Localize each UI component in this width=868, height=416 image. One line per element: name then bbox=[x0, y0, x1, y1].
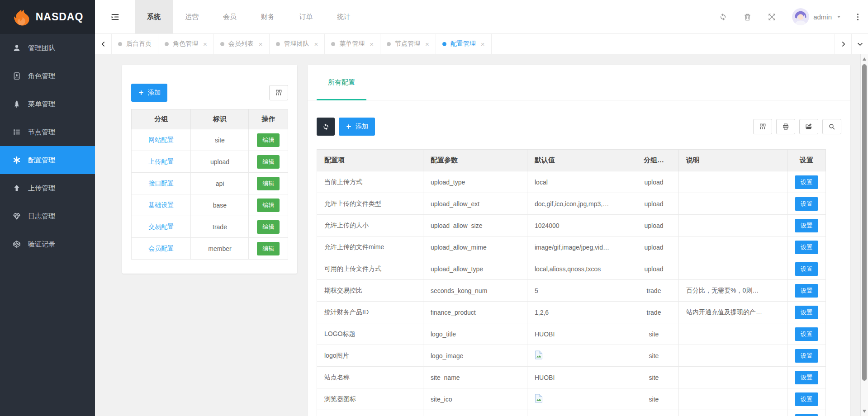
search-toggle-button[interactable] bbox=[822, 119, 841, 134]
group-link[interactable]: 会员配置 bbox=[148, 245, 174, 252]
sidebar-toggle-button[interactable] bbox=[95, 0, 135, 33]
config-row: 站点名称 site_name HUOBI site 设置 bbox=[317, 367, 826, 388]
refresh-icon bbox=[719, 13, 727, 21]
config-group: trade bbox=[629, 280, 679, 302]
top-nav-item[interactable]: 财务 bbox=[249, 0, 287, 33]
settings-button[interactable]: 设置 bbox=[795, 284, 818, 298]
fullscreen-button[interactable] bbox=[765, 0, 778, 33]
edit-button[interactable]: 编辑 bbox=[257, 242, 280, 255]
tab-close-icon[interactable]: × bbox=[203, 41, 207, 47]
top-nav-item[interactable]: 会员 bbox=[211, 0, 249, 33]
page-tab[interactable]: 节点管理 × bbox=[380, 34, 436, 54]
config-tabs: 所有配置 bbox=[308, 65, 850, 100]
group-link[interactable]: 上传配置 bbox=[148, 158, 174, 165]
refresh-table-button[interactable] bbox=[317, 118, 335, 136]
tabs-scroll-right-button[interactable] bbox=[835, 34, 851, 54]
tab-all-config[interactable]: 所有配置 bbox=[317, 65, 366, 100]
user-menu[interactable]: admin bbox=[792, 0, 842, 33]
group-link[interactable]: 基础设置 bbox=[148, 201, 174, 208]
page-tab[interactable]: 后台首页 × bbox=[112, 34, 158, 54]
group-link[interactable]: 接口配置 bbox=[148, 180, 174, 187]
top-nav-item[interactable]: 系统 bbox=[135, 0, 173, 33]
columns-toggle-button[interactable] bbox=[269, 85, 288, 100]
sidebar-item[interactable]: 角色管理 bbox=[0, 62, 95, 90]
add-config-button[interactable]: 添加 bbox=[339, 118, 375, 136]
sidebar-item-label: 上传管理 bbox=[28, 184, 55, 193]
settings-button[interactable]: 设置 bbox=[795, 349, 818, 363]
config-groups-panel: 添加 分组 标识 操作 bbox=[122, 65, 297, 274]
group-link[interactable]: 交易配置 bbox=[148, 223, 174, 230]
vertical-scrollbar[interactable] bbox=[860, 54, 868, 416]
page-tab[interactable]: 角色管理 × bbox=[158, 34, 214, 54]
sidebar-item[interactable]: 菜单管理 bbox=[0, 90, 95, 118]
config-groups-toolbar: 添加 bbox=[131, 84, 288, 102]
top-nav-item-label: 系统 bbox=[147, 13, 161, 21]
tab-close-icon[interactable]: × bbox=[370, 41, 374, 47]
print-button[interactable] bbox=[776, 119, 795, 134]
config-value bbox=[527, 388, 629, 410]
column-header: 说明 bbox=[679, 150, 787, 171]
broken-image-icon bbox=[535, 394, 543, 403]
clear-cache-button[interactable] bbox=[740, 0, 754, 33]
refresh-page-button[interactable] bbox=[716, 0, 730, 33]
sidebar-item[interactable]: 上传管理 bbox=[0, 174, 95, 202]
sidebar-item[interactable]: 日志管理 bbox=[0, 202, 95, 230]
settings-button[interactable]: 设置 bbox=[795, 414, 818, 416]
scroll-up-arrow-icon[interactable] bbox=[863, 57, 866, 61]
config-value: HUOBI bbox=[527, 323, 629, 345]
edit-button[interactable]: 编辑 bbox=[257, 220, 280, 234]
edit-button[interactable]: 编辑 bbox=[257, 177, 280, 190]
chevron-right-icon bbox=[840, 41, 846, 47]
add-group-button-label: 添加 bbox=[148, 89, 161, 97]
settings-button[interactable]: 设置 bbox=[795, 219, 818, 232]
sidebar-item[interactable]: 管理团队 bbox=[0, 34, 95, 62]
edit-button[interactable]: 编辑 bbox=[257, 133, 280, 147]
column-header: 操作 bbox=[249, 109, 288, 129]
settings-button[interactable]: 设置 bbox=[795, 306, 818, 319]
scrollbar-thumb[interactable] bbox=[862, 64, 867, 381]
top-nav-item[interactable]: 统计 bbox=[325, 0, 363, 33]
sidebar-item-label: 菜单管理 bbox=[28, 100, 55, 109]
brand-name: NASDAQ bbox=[36, 11, 84, 23]
refresh-icon bbox=[322, 123, 330, 131]
columns-icon bbox=[275, 89, 282, 96]
tab-close-icon[interactable]: × bbox=[314, 41, 318, 47]
edit-button[interactable]: 编辑 bbox=[257, 155, 280, 169]
more-menu-button[interactable] bbox=[851, 0, 864, 33]
edit-button[interactable]: 编辑 bbox=[257, 199, 280, 212]
settings-button[interactable]: 设置 bbox=[795, 175, 818, 189]
top-nav-item[interactable]: 运营 bbox=[173, 0, 211, 33]
settings-button[interactable]: 设置 bbox=[795, 371, 818, 384]
sidebar-item[interactable]: 节点管理 bbox=[0, 118, 95, 146]
sidebar-item[interactable]: 配置管理 bbox=[0, 146, 95, 174]
page-tab[interactable]: 管理团队 × bbox=[270, 34, 325, 54]
tab-close-icon[interactable]: × bbox=[259, 41, 263, 47]
settings-button[interactable]: 设置 bbox=[795, 241, 818, 254]
config-value-text: local,alioss,qnoss,txcos bbox=[535, 265, 601, 273]
page-tab[interactable]: 会员列表 × bbox=[214, 34, 270, 54]
tab-close-icon[interactable]: × bbox=[425, 41, 429, 47]
settings-button[interactable]: 设置 bbox=[795, 197, 818, 211]
page-tab[interactable]: 配置管理 × bbox=[436, 34, 492, 54]
columns-toggle-button[interactable] bbox=[753, 119, 772, 134]
sidebar-item[interactable]: 验证记录 bbox=[0, 230, 95, 258]
settings-button[interactable]: 设置 bbox=[795, 392, 818, 406]
add-group-button[interactable]: 添加 bbox=[131, 84, 167, 102]
top-nav-item[interactable]: 订单 bbox=[287, 0, 325, 33]
scroll-down-arrow-icon[interactable] bbox=[863, 410, 866, 413]
tab-close-icon[interactable]: × bbox=[481, 41, 485, 47]
export-button[interactable] bbox=[799, 119, 818, 134]
config-name: 允许上传的文件mime bbox=[317, 236, 423, 258]
group-key: upload bbox=[191, 151, 249, 173]
group-key: member bbox=[191, 238, 249, 260]
tabs-scroll-left-button[interactable] bbox=[95, 34, 112, 54]
config-panel-body: 添加 配置项 配置参数 bbox=[308, 100, 850, 416]
settings-button[interactable]: 设置 bbox=[795, 327, 818, 341]
settings-button[interactable]: 设置 bbox=[795, 262, 818, 276]
config-value: HUOBI bbox=[527, 367, 629, 388]
chevron-down-icon bbox=[857, 41, 863, 47]
page-tab[interactable]: 菜单管理 × bbox=[325, 34, 380, 54]
group-link[interactable]: 网站配置 bbox=[148, 136, 174, 143]
tabs-menu-button[interactable] bbox=[851, 34, 868, 54]
config-value-text: HUOBI bbox=[535, 374, 555, 381]
